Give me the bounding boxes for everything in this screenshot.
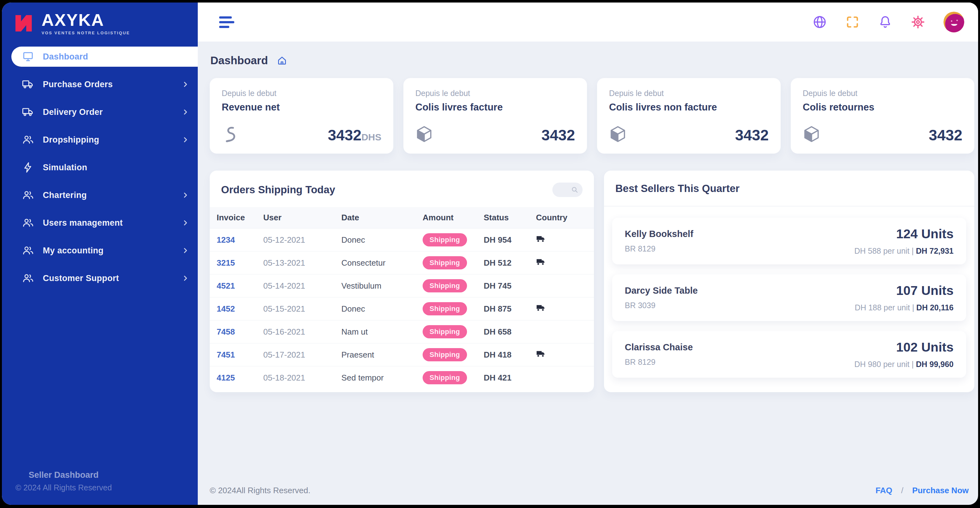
order-amount: DH 512 [484, 251, 536, 275]
sidebar-item-users-management[interactable]: Users management [2, 213, 198, 233]
topbar [198, 3, 978, 41]
order-amount: DH 658 [484, 321, 536, 343]
invoice-link[interactable]: 3215 [210, 251, 263, 275]
sidebar: AXYKA VOS VENTES NOTRE LOGISTIQUE Dashbo… [2, 3, 198, 505]
stat-card-title: Colis livres non facture [609, 102, 769, 113]
stat-card-value: 3432 [735, 127, 769, 143]
stat-card-title: Colis livres facture [415, 102, 575, 113]
sidebar-item-label: Delivery Order [43, 107, 103, 117]
invoice-link[interactable]: 1452 [210, 297, 263, 321]
brand-logo[interactable]: AXYKA VOS VENTES NOTRE LOGISTIQUE [2, 3, 198, 42]
stat-card-subtitle: Depuis le debut [803, 89, 963, 98]
topbar-actions [813, 12, 964, 32]
gear-icon[interactable] [911, 15, 925, 29]
list-item[interactable]: Darcy Side Table BR 3039 107 Units DH 18… [612, 275, 966, 321]
status-badge: Shipping [423, 233, 467, 246]
invoice-link[interactable]: 7451 [210, 343, 263, 367]
sidebar-toggle-button[interactable] [219, 16, 234, 28]
list-item[interactable]: Clarissa Chaise BR 8129 102 Units DH 980… [612, 331, 966, 378]
list-item[interactable]: Kelly Bookshelf BR 8129 124 Units DH 588… [612, 218, 966, 264]
order-user: Praesent [341, 343, 423, 367]
page-title: Dashboard [210, 54, 268, 67]
order-amount: DH 745 [484, 275, 536, 297]
sidebar-nav: Dashboard Purchase Orders Delivery Order… [2, 47, 198, 296]
sidebar-item-customer-support[interactable]: Customer Support [2, 268, 198, 288]
order-user: Consectetur [341, 251, 423, 275]
sidebar-item-my-accounting[interactable]: My accounting [2, 240, 198, 260]
table-row: 4125 05-18-2021 Sed tempor Shipping DH 4… [210, 367, 594, 389]
search-icon [571, 186, 579, 194]
bolt-icon [22, 162, 34, 173]
order-user: Nam ut [341, 321, 423, 343]
product-units: 124 Units [854, 227, 953, 241]
avatar[interactable] [943, 12, 964, 32]
status-badge: Shipping [423, 279, 467, 292]
table-row: 7451 05-17-2021 Praesent Shipping DH 418 [210, 343, 594, 367]
order-date: 05-17-2021 [263, 343, 341, 367]
truck-icon [536, 234, 546, 244]
chevron-right-icon [181, 191, 189, 199]
users-icon [22, 189, 34, 201]
order-amount: DH 418 [484, 343, 536, 367]
stat-card-subtitle: Depuis le debut [222, 89, 381, 98]
order-user: Vestibulum [341, 275, 423, 297]
column-header-country: Country [536, 207, 594, 229]
stat-card-value: 3432 [328, 127, 361, 143]
invoice-link[interactable]: 4125 [210, 367, 263, 389]
orders-table: Invoice User Date Amount Status Country … [210, 207, 594, 389]
stat-card-subtitle: Depuis le debut [415, 89, 575, 98]
fullscreen-icon[interactable] [845, 15, 860, 29]
sidebar-item-label: Dropshipping [43, 135, 99, 145]
users-icon [22, 217, 34, 229]
status-badge: Shipping [423, 348, 467, 361]
sidebar-item-label: Customer Support [43, 273, 119, 283]
product-units: 102 Units [854, 340, 953, 355]
truck-icon [22, 78, 34, 90]
app-window: AXYKA VOS VENTES NOTRE LOGISTIQUE Dashbo… [2, 3, 978, 505]
order-amount: DH 875 [484, 297, 536, 321]
page-footer: © 2024All Rights Reserved. FAQ / Purchas… [210, 478, 974, 505]
currency-squiggle-icon [222, 125, 239, 143]
chevron-right-icon [181, 108, 189, 116]
breadcrumb: Dashboard [210, 52, 974, 78]
product-total: DH 20,116 [916, 303, 953, 312]
sidebar-item-simulation[interactable]: Simulation [2, 157, 198, 178]
avatar-image [943, 12, 964, 32]
bell-icon[interactable] [878, 15, 892, 29]
brand-tagline: VOS VENTES NOTRE LOGISTIQUE [41, 30, 130, 35]
sidebar-item-dashboard[interactable]: Dashboard [11, 47, 198, 67]
brand-mark-icon [13, 13, 34, 34]
purchase-now-link[interactable]: Purchase Now [912, 486, 969, 495]
home-icon[interactable] [277, 56, 287, 66]
stat-card-colis-retournes: Depuis le debut Colis retournes 3432 [791, 78, 974, 154]
order-date: 05-14-2021 [263, 275, 341, 297]
globe-icon[interactable] [813, 15, 827, 29]
order-user: Donec [341, 297, 423, 321]
product-name: Clarissa Chaise [625, 342, 693, 352]
column-header-status: Status [484, 207, 536, 229]
order-date: 05-13-2021 [263, 251, 341, 275]
invoice-link[interactable]: 4521 [210, 275, 263, 297]
sidebar-footer-copyright: © 2024 All Rights Reserved [13, 483, 114, 492]
table-row: 1234 05-12-2021 Donec Shipping DH 954 [210, 229, 594, 251]
panels-row: Orders Shipping Today Invoice User Date [210, 171, 974, 392]
footer-separator: / [901, 486, 904, 495]
order-amount: DH 421 [484, 367, 536, 389]
sidebar-item-chartering[interactable]: Chartering [2, 185, 198, 205]
chevron-right-icon [181, 80, 189, 89]
sidebar-item-label: Users management [43, 218, 123, 228]
sidebar-item-label: Dashboard [43, 52, 88, 62]
sidebar-item-dropshipping[interactable]: Dropshipping [2, 130, 198, 150]
main-area: Dashboard Depuis le debut Revenue net 34… [198, 3, 978, 505]
cube-icon [415, 125, 433, 143]
orders-panel-title: Orders Shipping Today [221, 184, 335, 196]
status-badge: Shipping [423, 302, 467, 315]
invoice-link[interactable]: 7458 [210, 321, 263, 343]
orders-search-input[interactable] [552, 183, 582, 197]
table-row: 3215 05-13-2021 Consectetur Shipping DH … [210, 251, 594, 275]
invoice-link[interactable]: 1234 [210, 229, 263, 251]
sidebar-item-delivery-order[interactable]: Delivery Order [2, 102, 198, 122]
truck-icon [536, 349, 546, 359]
faq-link[interactable]: FAQ [875, 486, 892, 495]
sidebar-item-purchase-orders[interactable]: Purchase Orders [2, 74, 198, 94]
